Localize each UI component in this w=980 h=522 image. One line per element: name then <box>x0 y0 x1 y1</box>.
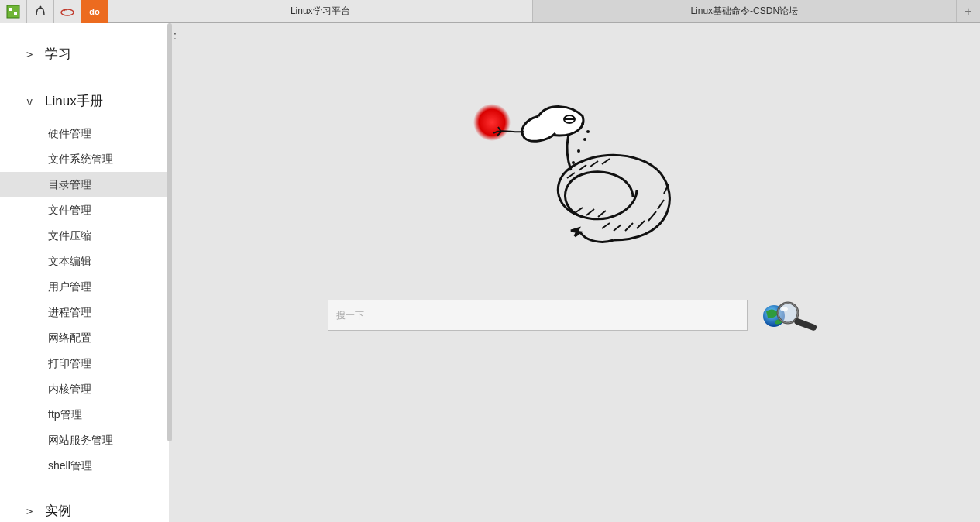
search-button[interactable] <box>758 297 822 333</box>
sidebar-scrollbar[interactable] <box>167 23 172 472</box>
svg-point-9 <box>586 130 590 133</box>
svg-point-11 <box>577 149 580 153</box>
sidebar-item-12[interactable]: 网站服务管理 <box>0 428 169 453</box>
colon-mark: : <box>174 29 177 42</box>
sidebar-scrollbar-thumb[interactable] <box>167 23 172 441</box>
sidebar-item-6[interactable]: 用户管理 <box>0 274 169 300</box>
sidebar-item-10[interactable]: 内核管理 <box>0 376 169 402</box>
sidebar: >学习vLinux手册硬件管理文件系统管理目录管理文件管理文件压缩文本编辑用户管… <box>0 23 169 522</box>
sidebar-item-3[interactable]: 文件管理 <box>0 197 169 223</box>
sidebar-item-7[interactable]: 进程管理 <box>0 300 169 325</box>
toolbar-icon-1[interactable] <box>0 0 27 23</box>
svg-point-10 <box>583 138 586 141</box>
sidebar-item-4[interactable]: 文件压缩 <box>0 223 169 249</box>
svg-rect-2 <box>14 12 17 15</box>
sidebar-section-2[interactable]: >实例 <box>0 496 169 522</box>
sidebar-item-0[interactable]: 硬件管理 <box>0 121 169 146</box>
sidebar-item-1[interactable]: 文件系统管理 <box>0 146 169 172</box>
svg-point-16 <box>780 307 788 311</box>
toolbar-icon-3[interactable] <box>54 0 81 23</box>
svg-point-5 <box>473 104 511 141</box>
tab-inactive[interactable]: Linux基础命令-CSDN论坛 <box>533 0 958 22</box>
sidebar-item-8[interactable]: 网络配置 <box>0 325 169 351</box>
sidebar-item-11[interactable]: ftp管理 <box>0 402 169 428</box>
toolbar-icon-2[interactable] <box>27 0 54 23</box>
chevron-right-icon: > <box>26 48 39 60</box>
sidebar-section-1[interactable]: vLinux手册 <box>0 86 169 116</box>
svg-rect-1 <box>9 8 12 11</box>
sidebar-item-5[interactable]: 文本编辑 <box>0 249 169 274</box>
tab-active-label: Linux学习平台 <box>291 5 350 18</box>
tab-inactive-label: Linux基础命令-CSDN论坛 <box>690 5 798 18</box>
sidebar-item-9[interactable]: 打印管理 <box>0 351 169 376</box>
svg-rect-0 <box>7 5 19 18</box>
svg-point-3 <box>40 6 42 9</box>
sidebar-section-0[interactable]: >学习 <box>0 39 169 69</box>
chevron-right-icon: > <box>26 505 39 517</box>
browser-tabbar: do Linux学习平台 Linux基础命令-CSDN论坛 + <box>0 0 980 23</box>
snake-logo <box>447 93 703 256</box>
sidebar-item-13[interactable]: shell管理 <box>0 453 169 479</box>
search-input[interactable] <box>328 300 748 331</box>
tab-active[interactable]: Linux学习平台 <box>108 0 533 22</box>
sidebar-item-2[interactable]: 目录管理 <box>0 172 169 197</box>
new-tab-button[interactable]: + <box>957 0 980 22</box>
toolbar-icon-4[interactable]: do <box>81 0 108 23</box>
main-content: : <box>169 23 980 522</box>
svg-point-12 <box>572 161 575 164</box>
svg-rect-17 <box>793 318 817 331</box>
svg-point-8 <box>581 122 584 125</box>
chevron-down-icon: v <box>26 95 39 108</box>
search-row <box>328 297 822 333</box>
